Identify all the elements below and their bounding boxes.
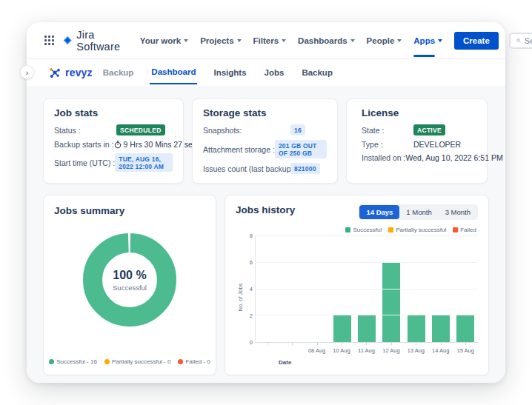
storage-stats-title: Storage stats — [203, 107, 327, 118]
bar-slot[interactable] — [256, 236, 280, 342]
create-button[interactable]: Create — [454, 32, 499, 50]
tab-insights[interactable]: Insights — [212, 61, 247, 84]
nav-projects[interactable]: Projects — [200, 36, 241, 45]
search-icon — [516, 36, 521, 44]
revyz-molecule-icon — [47, 65, 62, 80]
snapshots-label: Snapshots: — [203, 126, 290, 135]
license-card: License State : ACTIVE Type : DEVELOPER … — [346, 98, 488, 184]
nav-your-work[interactable]: Your work — [140, 36, 188, 45]
nav-filters[interactable]: Filters — [253, 36, 287, 45]
jobs-summary-card: Jobs summary 100 % Successful Successful… — [43, 195, 216, 375]
jobs-history-card: Jobs history 14 Days 1 Month 3 Month Suc… — [225, 195, 489, 375]
search-input[interactable] — [525, 36, 532, 45]
bar-12 Aug[interactable] — [382, 263, 400, 342]
license-state-badge: ACTIVE — [413, 124, 445, 135]
bar-11 Aug[interactable] — [358, 315, 376, 342]
legend-partially-successful[interactable]: Partially successful — [388, 227, 446, 233]
range-14-days-button[interactable]: 14 Days — [359, 205, 399, 219]
installed-on-value: Wed, Aug 10, 2022 6:51 PM — [406, 153, 503, 162]
x-tick-label — [279, 343, 304, 359]
dashboard-content: Job stats Status : SCHEDULED Backup star… — [27, 86, 505, 383]
legend-square-partial — [388, 227, 393, 232]
job-stats-card: Job stats Status : SCHEDULED Backup star… — [43, 98, 184, 184]
status-badge: SCHEDULED — [116, 124, 165, 135]
storage-stats-card: Storage stats Snapshots: 16 Attachment s… — [192, 98, 338, 184]
bar-slot[interactable] — [330, 236, 354, 342]
legend-successful[interactable]: Successful — [345, 227, 382, 233]
jobs-summary-legend: Successful - 16 Partially successful - 0… — [54, 358, 205, 365]
donut-percentage: 100 % — [113, 269, 146, 282]
start-time-label: Start time (UTC) : — [54, 158, 115, 167]
chevron-down-icon — [184, 39, 188, 42]
tab-jobs[interactable]: Jobs — [263, 61, 286, 84]
nav-people[interactable]: People — [367, 36, 402, 45]
x-tick-label: 10 Aug — [329, 343, 353, 359]
range-selector: 14 Days 1 Month 3 Month — [359, 204, 478, 220]
product-name: Jira Software — [76, 29, 123, 53]
chevron-down-icon — [350, 39, 355, 42]
bar-slot[interactable] — [404, 236, 428, 342]
bar-slot[interactable] — [453, 236, 478, 342]
job-stats-title: Job stats — [54, 107, 173, 118]
y-axis-title: No. of Jobs — [236, 236, 245, 367]
bar-slot[interactable] — [379, 236, 404, 342]
range-3-month-button[interactable]: 3 Month — [439, 205, 477, 219]
backup-starts-label: Backup starts in : — [54, 140, 114, 149]
tab-dashboard[interactable]: Dashboard — [150, 61, 197, 84]
app-window: Jira Software Your work Projects Filters… — [27, 22, 505, 383]
start-time-badge: TUE, AUG 16, 2022 12:00 AM — [115, 153, 173, 172]
legend-failed[interactable]: Failed - 0 — [178, 358, 210, 365]
search-box[interactable] — [509, 33, 532, 49]
x-tick-label: 13 Aug — [404, 343, 428, 359]
license-type-label: Type : — [362, 140, 413, 149]
attachment-storage-badge: 201 GB OUT OF 250 GB — [275, 140, 327, 158]
donut-caption: Successful — [113, 284, 147, 292]
bar-13 Aug[interactable] — [408, 315, 425, 342]
legend-failed[interactable]: Failed — [453, 227, 476, 233]
x-tick-label: 11 Aug — [354, 343, 379, 359]
status-label: Status : — [54, 126, 116, 135]
range-1-month-button[interactable]: 1 Month — [399, 205, 438, 219]
top-navigation-bar: Jira Software Your work Projects Filters… — [27, 22, 505, 59]
x-axis-labels: 08 Aug10 Aug11 Aug12 Aug13 Aug14 Aug15 A… — [255, 343, 478, 359]
legend-successful[interactable]: Successful - 16 — [49, 358, 97, 365]
bar-slot[interactable] — [280, 236, 305, 342]
revyz-brand-name: revyz — [65, 67, 93, 78]
x-tick-label: 12 Aug — [379, 343, 403, 359]
backup-countdown: 9 Hrs 30 Mins 27 secs — [124, 140, 201, 149]
bar-slot[interactable] — [428, 236, 453, 342]
snapshots-badge: 16 — [290, 124, 305, 135]
legend-dot-partial — [104, 359, 110, 364]
nav-dashboards[interactable]: Dashboards — [298, 36, 354, 45]
issues-count-badge: 821000 — [290, 163, 320, 174]
license-title: License — [362, 107, 476, 118]
chevron-down-icon — [397, 39, 402, 42]
bar-15 Aug[interactable] — [456, 315, 474, 342]
license-state-label: State : — [362, 126, 413, 135]
jira-logo[interactable]: Jira Software — [63, 29, 124, 53]
license-type-value: DEVELOPER — [413, 140, 461, 149]
legend-square-successful — [345, 227, 350, 232]
x-axis-title: Date — [279, 359, 478, 366]
legend-partially-successful[interactable]: Partially successful - 0 — [104, 358, 171, 365]
revyz-logo[interactable]: revyz — [47, 65, 93, 80]
x-tick-label — [255, 343, 279, 359]
bar-14 Aug[interactable] — [432, 315, 450, 342]
bar-slot[interactable] — [354, 236, 379, 342]
x-tick-label: 14 Aug — [428, 343, 453, 359]
tab-backup[interactable]: Backup — [300, 61, 334, 84]
nav-apps[interactable]: Apps — [413, 36, 442, 45]
jobs-history-bar-chart[interactable]: No. of Jobs 02468 08 Aug10 Aug11 Aug12 A… — [236, 236, 478, 367]
app-switcher-icon[interactable] — [44, 36, 54, 45]
breadcrumb: Backup — [103, 68, 134, 77]
legend-dot-successful — [49, 359, 54, 364]
legend-square-failed — [453, 227, 458, 232]
sidebar-expand-chevron-icon[interactable]: › — [20, 65, 34, 79]
jobs-history-title: Jobs history — [236, 204, 295, 215]
jobs-summary-donut-chart[interactable]: 100 % Successful — [82, 232, 177, 327]
bar-slot[interactable] — [305, 236, 330, 342]
chevron-down-icon — [237, 39, 242, 42]
bar-10 Aug[interactable] — [333, 315, 351, 342]
plot-area — [255, 236, 478, 343]
jobs-summary-title: Jobs summary — [54, 205, 205, 216]
